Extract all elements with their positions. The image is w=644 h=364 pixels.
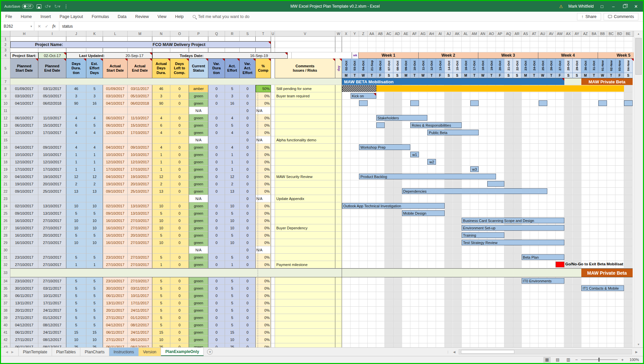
cell-Q[interactable]: 0 xyxy=(208,224,225,232)
cell-K[interactable]: 13 xyxy=(86,188,103,195)
cell-S[interactable]: 0 xyxy=(240,92,256,100)
cell-Q[interactable] xyxy=(208,136,225,144)
cell-H[interactable]: 06/11/2017 xyxy=(10,343,38,347)
cell-I[interactable]: 08/12/2017 xyxy=(38,343,66,347)
cell-L[interactable]: 30/10/2017 xyxy=(103,285,128,292)
cell-S[interactable]: 0 xyxy=(240,151,256,158)
cell-J[interactable]: 6 xyxy=(66,122,86,129)
column-header-AH[interactable]: AH xyxy=(427,31,436,36)
column-header-Z[interactable]: Z xyxy=(359,31,368,36)
status-cell[interactable]: green xyxy=(189,122,208,129)
cell-O[interactable]: 0 xyxy=(170,85,189,92)
cell-J[interactable]: 13 xyxy=(66,188,86,195)
cell-Q[interactable]: 0 xyxy=(208,122,225,129)
cell-L[interactable]: 09/10/2017 xyxy=(103,188,128,195)
gantt-area[interactable] xyxy=(342,37,633,41)
cell-U[interactable] xyxy=(271,232,275,239)
cell-P[interactable] xyxy=(189,48,208,52)
gantt-area[interactable]: IT1 Contacts & Mobile xyxy=(342,285,633,292)
cell-S[interactable]: 0 xyxy=(240,232,256,239)
cell-U[interactable] xyxy=(271,202,275,210)
cell-R[interactable]: 1 xyxy=(225,151,240,158)
cell-N[interactable] xyxy=(152,37,170,41)
cell-H[interactable] xyxy=(10,246,38,254)
sheet-tab-PlanTables[interactable]: PlanTables xyxy=(52,348,81,356)
cell-S[interactable]: 0 xyxy=(240,85,256,92)
column-header-T[interactable]: T xyxy=(256,31,271,36)
status-cell[interactable]: green xyxy=(189,329,208,336)
gantt-bar[interactable]: w2 xyxy=(427,159,436,165)
cell-L[interactable]: 06/11/2017 xyxy=(103,292,128,299)
cell-J[interactable]: 1 xyxy=(66,261,86,268)
cell-U[interactable] xyxy=(271,292,275,299)
comment-cell[interactable] xyxy=(275,129,335,136)
cell-O[interactable]: 0 xyxy=(170,188,189,195)
gantt-bar[interactable]: Mobile Design xyxy=(402,210,445,216)
comment-cell[interactable] xyxy=(275,321,335,329)
status-cell[interactable]: green xyxy=(189,239,208,246)
cell-J[interactable]: 5 xyxy=(66,292,86,299)
column-header-AF[interactable]: AF xyxy=(410,31,419,36)
cell-R[interactable] xyxy=(225,107,240,114)
status-cell[interactable]: green xyxy=(189,129,208,136)
cell-R[interactable]: 4 xyxy=(225,129,240,136)
cell-S[interactable]: 0 xyxy=(240,217,256,224)
menu-tab-review[interactable]: Review xyxy=(131,14,153,19)
cell-U[interactable] xyxy=(271,210,275,217)
cell-N[interactable]: 5 xyxy=(152,254,170,261)
column-header-AN[interactable]: AN xyxy=(479,31,487,36)
sheet-tab-Instructions[interactable]: Instructions xyxy=(109,348,139,356)
worksheet[interactable]: HIJKLMNOPQRSTUVWXYZAAABACADAEAFAGAHAIAJA… xyxy=(1,31,634,347)
cell-K[interactable]: 5 xyxy=(86,85,103,92)
cell-Q[interactable] xyxy=(208,195,225,202)
cell-O[interactable]: 0 xyxy=(170,129,189,136)
column-header-AT[interactable]: AT xyxy=(530,31,539,36)
cell-K[interactable] xyxy=(86,195,103,202)
cell-M[interactable] xyxy=(128,107,152,114)
cell-W[interactable] xyxy=(335,261,342,268)
cell-O[interactable]: 0 xyxy=(170,144,189,151)
cell-W[interactable] xyxy=(335,239,342,246)
gantt-bar[interactable]: IT1 Contacts & Mobile xyxy=(581,285,624,291)
cell-U[interactable] xyxy=(271,122,275,129)
cell-M[interactable] xyxy=(128,37,152,41)
cell-U[interactable] xyxy=(271,166,275,173)
cell-O[interactable]: 0 xyxy=(170,307,189,314)
progress-yellow-bar[interactable] xyxy=(376,85,624,92)
status-cell[interactable]: green xyxy=(189,277,208,285)
gantt-area[interactable]: w1 xyxy=(342,151,633,158)
column-header-AS[interactable]: AS xyxy=(521,31,530,36)
cell-N[interactable]: 4 xyxy=(152,114,170,122)
cell-M[interactable]: 01/12/2017 xyxy=(128,314,152,321)
gantt-bar[interactable]: Workshop Prep xyxy=(359,144,410,150)
cell-V[interactable] xyxy=(292,52,352,59)
cell-J[interactable]: 1 xyxy=(66,158,86,166)
gantt-bar[interactable] xyxy=(376,122,385,128)
cell-N[interactable]: 10 xyxy=(152,202,170,210)
gantt-bar[interactable]: Environment Set-up xyxy=(462,225,564,231)
cell-O[interactable]: 0 xyxy=(170,277,189,285)
gantt-area[interactable]: Environment Set-up xyxy=(342,224,633,232)
cell-W[interactable] xyxy=(335,48,342,52)
cell-I[interactable]: 01/12/2017 xyxy=(38,314,66,321)
gantt-bar[interactable]: Dependencies xyxy=(402,188,547,194)
cell-U[interactable] xyxy=(288,52,292,59)
cell-N[interactable]: 15 xyxy=(152,329,170,336)
cell-I[interactable]: 03/11/2017 xyxy=(38,85,66,92)
cell-O[interactable]: 0 xyxy=(170,285,189,292)
menu-tab-home[interactable]: Home xyxy=(16,14,36,19)
cell-I[interactable]: 03/11/2017 xyxy=(38,285,66,292)
sheet-tab-PlanTemplate[interactable]: PlanTemplate xyxy=(18,348,52,356)
autosave-toggle[interactable]: AutoSave Off xyxy=(4,4,33,9)
cell-Q[interactable]: 0 xyxy=(208,299,225,307)
gantt-bar[interactable]: Public Beta xyxy=(427,130,479,135)
status-cell[interactable]: green xyxy=(189,314,208,321)
cell-L[interactable]: 23/10/2017 xyxy=(103,254,128,261)
cell-R[interactable] xyxy=(225,195,240,202)
cell-V[interactable] xyxy=(275,37,335,41)
row-header-37[interactable]: 37 xyxy=(1,299,10,307)
column-header-AY[interactable]: AY xyxy=(573,31,581,36)
cell-I[interactable] xyxy=(38,246,66,254)
cell-W[interactable] xyxy=(335,151,342,158)
cell-W[interactable] xyxy=(335,158,342,166)
